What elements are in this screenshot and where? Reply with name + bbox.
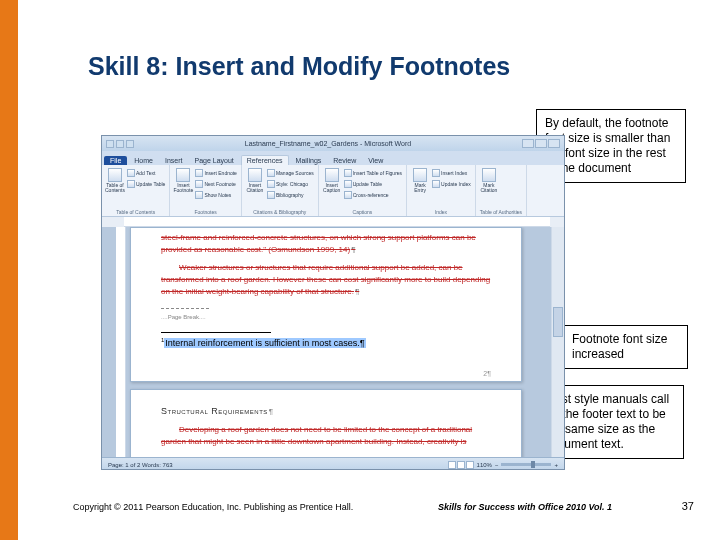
dashed-separator <box>161 308 209 309</box>
ribbon-group-captions: Insert Caption Insert Table of Figures U… <box>319 165 407 216</box>
group-label: Footnotes <box>174 209 237 215</box>
word-titlebar: Lastname_Firstname_w02_Gardens - Microso… <box>102 136 564 151</box>
btn-insert-endnote[interactable]: Insert Endnote <box>195 168 237 178</box>
group-label: Table of Contents <box>106 209 165 215</box>
window-buttons <box>522 139 560 148</box>
tab-insert[interactable]: Insert <box>160 156 188 165</box>
btn-show-notes[interactable]: Show Notes <box>195 190 237 200</box>
tab-view[interactable]: View <box>363 156 388 165</box>
callout-increased: Footnote font size increased <box>563 325 688 369</box>
document-page-2[interactable]: Structural Requirements Developing a roo… <box>130 389 522 457</box>
ribbon-group-citations: Insert Citation Manage Sources Style: Ch… <box>242 165 319 216</box>
zoom-slider[interactable] <box>501 463 551 466</box>
page-break-marker: ....Page Break.... <box>161 313 491 322</box>
word-window: Lastname_Firstname_w02_Gardens - Microso… <box>101 135 565 470</box>
btn-update-index[interactable]: Update Index <box>432 179 471 189</box>
group-label: Citations & Bibliography <box>246 209 314 215</box>
section-heading: Structural Requirements <box>161 406 491 416</box>
btn-cross-ref[interactable]: Cross-reference <box>344 190 402 200</box>
view-buttons-icon[interactable] <box>448 461 474 469</box>
zoom-level[interactable]: 110% <box>477 462 492 468</box>
ribbon-group-toa: Mark Citation Table of Authorities <box>476 165 527 216</box>
tab-review[interactable]: Review <box>328 156 361 165</box>
close-icon[interactable] <box>548 139 560 148</box>
zoom-controls[interactable]: 110% −+ <box>448 461 558 469</box>
btn-update-table2[interactable]: Update Table <box>344 179 402 189</box>
btn-insert-footnote[interactable]: Insert Footnote <box>174 168 192 194</box>
slide-number: 37 <box>682 500 694 512</box>
scroll-thumb[interactable] <box>553 307 563 337</box>
btn-manage-sources[interactable]: Manage Sources <box>267 168 314 178</box>
group-label: Captions <box>323 209 402 215</box>
minimize-icon[interactable] <box>522 139 534 148</box>
document-area[interactable]: steel-frame and reinforced-concrete stru… <box>102 227 564 457</box>
vertical-scrollbar[interactable] <box>551 227 564 457</box>
status-page-words[interactable]: Page: 1 of 2 Words: 763 <box>108 462 173 468</box>
footnote-text[interactable]: 1Internal reinforcement is sufficient in… <box>161 337 491 348</box>
tab-home[interactable]: Home <box>129 156 158 165</box>
tab-file[interactable]: File <box>104 156 127 165</box>
maximize-icon[interactable] <box>535 139 547 148</box>
body-paragraph-2: Weaker structures or structures that req… <box>161 262 491 298</box>
tab-mailings[interactable]: Mailings <box>291 156 327 165</box>
tab-page-layout[interactable]: Page Layout <box>189 156 238 165</box>
status-bar: Page: 1 of 2 Words: 763 110% −+ <box>102 457 564 470</box>
ribbon-group-footnotes: Insert Footnote Insert Endnote Next Foot… <box>170 165 242 216</box>
ribbon: Table of Contents Add Text Update Table … <box>102 165 564 217</box>
slide: Skill 8: Insert and Modify Footnotes By … <box>18 0 720 540</box>
qat-save-icon[interactable] <box>106 140 114 148</box>
btn-update-table[interactable]: Update Table <box>127 179 165 189</box>
body-paragraph-1: steel-frame and reinforced-concrete stru… <box>161 232 491 256</box>
btn-insert-index[interactable]: Insert Index <box>432 168 471 178</box>
group-label: Index <box>411 209 471 215</box>
body-paragraph-3: Developing a roof garden does not need t… <box>161 424 491 448</box>
btn-toc[interactable]: Table of Contents <box>106 168 124 194</box>
ribbon-tabs: File Home Insert Page Layout References … <box>102 151 564 165</box>
document-page-1[interactable]: steel-frame and reinforced-concrete stru… <box>130 227 522 382</box>
vertical-ruler[interactable] <box>116 227 126 457</box>
btn-mark-citation[interactable]: Mark Citation <box>480 168 498 194</box>
accent-bar <box>0 0 18 540</box>
footer-book-title: Skills for Success with Office 2010 Vol.… <box>438 502 612 512</box>
tab-references[interactable]: References <box>241 155 289 165</box>
horizontal-ruler[interactable] <box>124 217 550 227</box>
btn-mark-entry[interactable]: Mark Entry <box>411 168 429 194</box>
btn-bibliography[interactable]: Bibliography <box>267 190 314 200</box>
footnote-separator <box>161 332 271 333</box>
slide-title: Skill 8: Insert and Modify Footnotes <box>88 52 510 81</box>
btn-next-footnote[interactable]: Next Footnote <box>195 179 237 189</box>
btn-add-text[interactable]: Add Text <box>127 168 165 178</box>
window-title-text: Lastname_Firstname_w02_Gardens - Microso… <box>245 140 411 147</box>
qat-undo-icon[interactable] <box>116 140 124 148</box>
page-footer: 2¶ <box>161 370 491 377</box>
callout-text: Footnote font size increased <box>572 332 667 361</box>
btn-insert-caption[interactable]: Insert Caption <box>323 168 341 194</box>
qat-redo-icon[interactable] <box>126 140 134 148</box>
btn-style[interactable]: Style: Chicago <box>267 179 314 189</box>
btn-table-figures[interactable]: Insert Table of Figures <box>344 168 402 178</box>
btn-insert-citation[interactable]: Insert Citation <box>246 168 264 194</box>
quick-access-toolbar <box>106 140 134 148</box>
footer-copyright: Copyright © 2011 Pearson Education, Inc.… <box>73 502 353 512</box>
ribbon-group-index: Mark Entry Insert Index Update Index Ind… <box>407 165 476 216</box>
ribbon-group-toc: Table of Contents Add Text Update Table … <box>102 165 170 216</box>
group-label: Table of Authorities <box>480 209 522 215</box>
